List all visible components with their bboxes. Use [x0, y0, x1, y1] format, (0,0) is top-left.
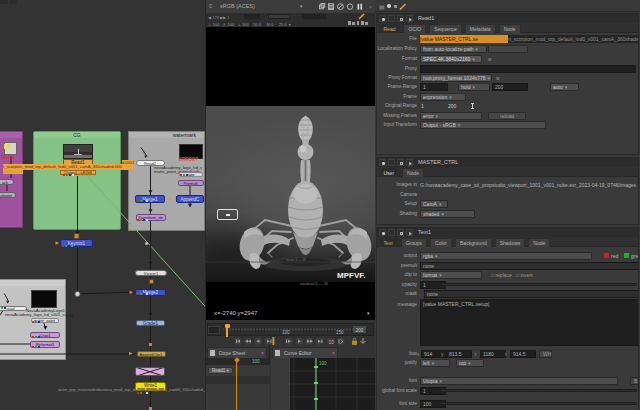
svg-text:10: 10 — [329, 339, 335, 345]
svg-text:100: 100 — [319, 361, 327, 366]
